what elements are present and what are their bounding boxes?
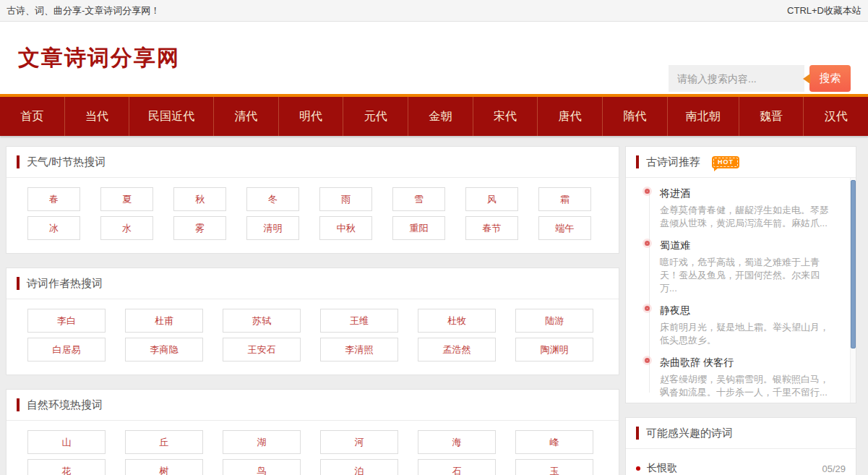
- hot-tag[interactable]: 陆游: [515, 309, 593, 333]
- hot-tag[interactable]: 石: [418, 459, 496, 475]
- poem-item[interactable]: 静夜思床前明月光，疑是地上霜。举头望山月，低头思故乡。: [626, 304, 856, 347]
- poem-title[interactable]: 将进酒: [660, 187, 834, 199]
- poem-excerpt: 噫吁戏，危乎高哉，蜀道之难难于上青天！蚕丛及鱼凫，开国何茫然。尔来四万...: [660, 256, 834, 295]
- hot-tag[interactable]: 李清照: [320, 338, 398, 361]
- search-input[interactable]: [669, 65, 804, 92]
- hot-tag[interactable]: 杜甫: [125, 309, 203, 333]
- nav-item-5[interactable]: 明代: [278, 97, 343, 136]
- scrollbar-track[interactable]: [850, 178, 856, 403]
- dot-icon: [636, 466, 640, 471]
- nav-item-4[interactable]: 清代: [213, 97, 278, 136]
- search-button-label: 搜索: [820, 72, 841, 84]
- section-header: 自然环境热搜词: [7, 390, 619, 421]
- interest-card-header: 可能感兴趣的诗词: [626, 418, 856, 449]
- hot-tag[interactable]: 鸟: [223, 459, 301, 475]
- search-button[interactable]: 搜索: [809, 65, 851, 92]
- sidebar: 古诗词推荐 HOT 将进酒金尊莫倚青春健，龌龊浮生如走电。琴瑟盘倾从世珠，黄泥局…: [625, 146, 856, 475]
- hot-tag[interactable]: 峰: [515, 430, 593, 454]
- poem-item[interactable]: 蜀道难噫吁戏，危乎高哉，蜀道之难难于上青天！蚕丛及鱼凫，开国何茫然。尔来四万..…: [626, 239, 856, 295]
- top-utility-bar: 古诗、词、曲分享-文章诗词分享网！ CTRL+D收藏本站: [0, 0, 868, 22]
- title-bar-icon: [17, 277, 20, 290]
- hot-tag[interactable]: 陶渊明: [515, 338, 593, 361]
- interest-item-date: 05/29: [822, 463, 846, 474]
- hot-keyword-sections: 天气/时节热搜词春夏秋冬雨雪风霜冰水雾清明中秋重阳春节端午诗词作者热搜词李白杜甫…: [6, 146, 619, 475]
- poem-item[interactable]: 将进酒金尊莫倚青春健，龌龊浮生如走电。琴瑟盘倾从世珠，黄泥局泻流年箭。麻姑爪..…: [626, 187, 856, 230]
- hot-tag[interactable]: 王维: [320, 309, 398, 333]
- nav-item-2[interactable]: 当代: [64, 97, 129, 136]
- poem-title[interactable]: 蜀道难: [660, 239, 834, 251]
- hot-tag[interactable]: 雨: [319, 187, 372, 211]
- hot-tag[interactable]: 清明: [246, 216, 299, 240]
- hot-tag[interactable]: 花: [27, 459, 106, 475]
- recommend-poem-list: 将进酒金尊莫倚青春健，龌龊浮生如走电。琴瑟盘倾从世珠，黄泥局泻流年箭。麻姑爪..…: [626, 178, 856, 403]
- section-header: 天气/时节热搜词: [7, 147, 619, 178]
- hot-tag[interactable]: 湖: [223, 430, 301, 454]
- bullet-circle-icon: [645, 241, 650, 246]
- hot-section-card: 天气/时节热搜词春夏秋冬雨雪风霜冰水雾清明中秋重阳春节端午: [6, 146, 619, 254]
- bullet-circle-icon: [645, 358, 650, 363]
- recommend-card: 古诗词推荐 HOT 将进酒金尊莫倚青春健，龌龊浮生如走电。琴瑟盘倾从世珠，黄泥局…: [625, 146, 856, 403]
- hot-tag[interactable]: 中秋: [319, 216, 372, 240]
- interest-item[interactable]: 长恨歌05/29: [636, 455, 846, 475]
- poem-title[interactable]: 杂曲歌辞 侠客行: [660, 356, 834, 368]
- hot-tag[interactable]: 风: [465, 187, 518, 211]
- hot-tag[interactable]: 苏轼: [223, 309, 301, 333]
- hot-tag[interactable]: 秋: [173, 187, 226, 211]
- interest-card: 可能感兴趣的诗词 长恨歌05/29: [625, 417, 856, 475]
- hot-tag[interactable]: 泊: [320, 459, 398, 475]
- poem-excerpt: 床前明月光，疑是地上霜。举头望山月，低头思故乡。: [660, 321, 834, 347]
- section-title: 天气/时节热搜词: [27, 155, 106, 169]
- bullet-circle-icon: [645, 189, 650, 194]
- nav-item-9[interactable]: 唐代: [537, 97, 602, 136]
- poem-excerpt: 赵客缦胡缨，吴钩霜雪明。银鞍照白马，飒沓如流星。十步杀一人，千里不留行...: [660, 373, 834, 399]
- hot-tag[interactable]: 孟浩然: [418, 338, 496, 361]
- nav-item-13[interactable]: 汉代: [803, 97, 868, 136]
- nav-item-8[interactable]: 宋代: [473, 97, 538, 136]
- hot-tag[interactable]: 端午: [538, 216, 591, 240]
- hot-tag[interactable]: 王安石: [223, 338, 301, 361]
- hot-tag[interactable]: 海: [418, 430, 496, 454]
- hot-tag[interactable]: 霜: [538, 187, 591, 211]
- nav-item-10[interactable]: 隋代: [602, 97, 667, 136]
- interest-item-title: 长恨歌: [647, 462, 677, 475]
- title-bar-icon: [636, 427, 639, 440]
- section-title: 自然环境热搜词: [27, 398, 103, 412]
- hot-tag[interactable]: 树: [125, 459, 203, 475]
- recommend-title: 古诗词推荐: [646, 155, 700, 169]
- hot-tag[interactable]: 李商隐: [125, 338, 203, 361]
- hot-tag[interactable]: 春: [27, 187, 80, 211]
- site-header: 文章诗词分享网 搜索: [0, 22, 868, 94]
- nav-item-12[interactable]: 魏晋: [739, 97, 804, 136]
- hot-tag[interactable]: 白居易: [27, 338, 106, 361]
- hot-tag[interactable]: 水: [100, 216, 153, 240]
- nav-item-3[interactable]: 民国近代: [129, 97, 212, 136]
- title-bar-icon: [17, 398, 20, 411]
- hot-tag[interactable]: 丘: [125, 430, 203, 454]
- scrollbar-thumb[interactable]: [851, 180, 856, 348]
- nav-item-11[interactable]: 南北朝: [667, 97, 739, 136]
- title-bar-icon: [636, 155, 639, 168]
- poem-item[interactable]: 杂曲歌辞 侠客行赵客缦胡缨，吴钩霜雪明。银鞍照白马，飒沓如流星。十步杀一人，千里…: [626, 356, 856, 399]
- poem-title[interactable]: 静夜思: [660, 304, 834, 316]
- hot-tag[interactable]: 杜牧: [418, 309, 496, 333]
- hot-tag[interactable]: 玉: [515, 459, 593, 475]
- hot-tag[interactable]: 雪: [392, 187, 445, 211]
- hot-tag[interactable]: 重阳: [392, 216, 445, 240]
- tag-list: 春夏秋冬雨雪风霜冰水雾清明中秋重阳春节端午: [7, 178, 619, 253]
- hot-tag[interactable]: 春节: [465, 216, 518, 240]
- hot-tag[interactable]: 冰: [27, 216, 80, 240]
- main-navigation: 首页当代民国近代清代明代元代金朝宋代唐代隋代南北朝魏晋汉代: [0, 97, 868, 136]
- hot-tag[interactable]: 冬: [246, 187, 299, 211]
- nav-item-1[interactable]: 首页: [0, 97, 64, 136]
- nav-item-7[interactable]: 金朝: [408, 97, 473, 136]
- tag-list: 山丘湖河海峰花树鸟泊石玉: [7, 421, 619, 475]
- bookmark-hint: CTRL+D收藏本站: [787, 4, 861, 17]
- hot-tag[interactable]: 山: [27, 430, 106, 454]
- hot-tag[interactable]: 雾: [173, 216, 226, 240]
- title-bar-icon: [17, 155, 20, 168]
- hot-tag[interactable]: 河: [320, 430, 398, 454]
- hot-tag[interactable]: 李白: [27, 309, 106, 333]
- site-logo[interactable]: 文章诗词分享网: [18, 43, 180, 73]
- nav-item-6[interactable]: 元代: [343, 97, 408, 136]
- hot-tag[interactable]: 夏: [100, 187, 153, 211]
